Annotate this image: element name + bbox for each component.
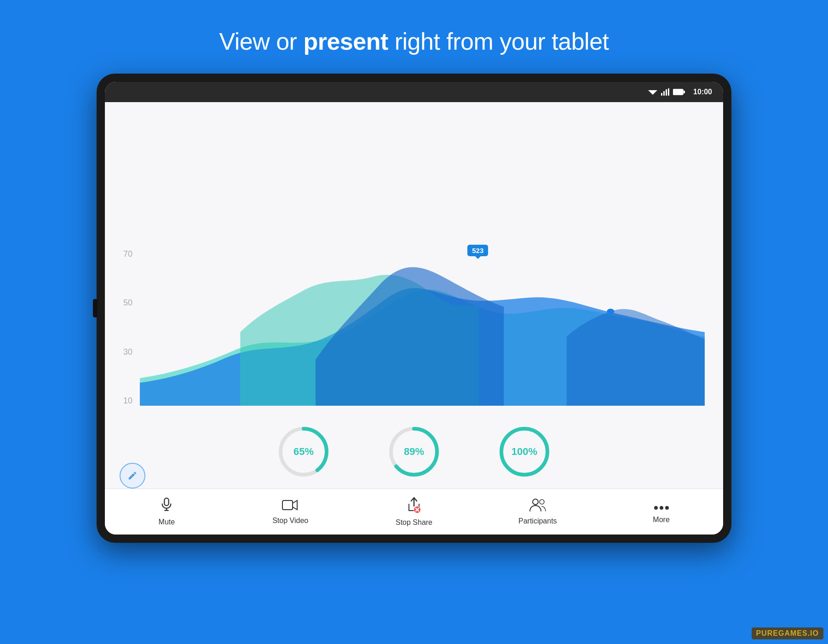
svg-point-24 bbox=[654, 506, 658, 510]
people-icon bbox=[529, 498, 546, 514]
y-label-30: 30 bbox=[123, 347, 132, 357]
status-time: 10:00 bbox=[693, 88, 712, 96]
header-text-bold: present bbox=[303, 28, 388, 55]
gauge-circle-100: 100% bbox=[497, 424, 552, 479]
svg-marker-0 bbox=[648, 90, 657, 95]
toolbar-label-mute: Mute bbox=[159, 518, 175, 526]
toolbar-label-stop-video: Stop Video bbox=[272, 517, 308, 525]
svg-rect-6 bbox=[684, 91, 685, 93]
svg-rect-4 bbox=[668, 88, 669, 96]
chart-svg: 523 bbox=[140, 240, 705, 406]
gauge-circle-65: 65% bbox=[276, 424, 331, 479]
y-axis: 70 50 30 10 bbox=[123, 249, 140, 406]
edit-fab-button[interactable] bbox=[120, 463, 145, 489]
content-area: 70 50 30 10 523 bbox=[105, 102, 723, 489]
status-bar: 10:00 bbox=[105, 82, 723, 102]
gauge-label-89: 89% bbox=[404, 446, 424, 458]
wifi-icon bbox=[648, 88, 657, 96]
page-header: View or present right from your tablet bbox=[0, 0, 828, 74]
svg-rect-5 bbox=[673, 89, 683, 95]
gauge-label-65: 65% bbox=[293, 446, 314, 458]
gauge-label-100: 100% bbox=[512, 446, 537, 458]
video-icon bbox=[282, 499, 299, 514]
tablet-wrapper: 10:00 70 50 30 10 bbox=[0, 74, 828, 543]
toolbar: Mute Stop Video bbox=[105, 489, 723, 535]
toolbar-item-participants[interactable]: Participants bbox=[506, 498, 570, 525]
toolbar-item-stop-video[interactable]: Stop Video bbox=[258, 499, 322, 525]
mic-icon bbox=[160, 497, 173, 515]
toolbar-label-more: More bbox=[653, 516, 669, 524]
y-label-10: 10 bbox=[123, 396, 132, 406]
signal-icon bbox=[661, 88, 669, 96]
gauges-row: 65% 89% bbox=[123, 415, 705, 484]
svg-rect-2 bbox=[663, 91, 665, 96]
ellipsis-icon bbox=[653, 500, 670, 513]
toolbar-label-participants: Participants bbox=[518, 517, 557, 525]
toolbar-item-stop-share[interactable]: Stop Share bbox=[382, 497, 446, 527]
gauge-item-100: 100% bbox=[497, 424, 552, 479]
stop-share-icon bbox=[406, 497, 422, 516]
tablet-outer: 10:00 70 50 30 10 bbox=[97, 74, 731, 543]
toolbar-label-stop-share: Stop Share bbox=[396, 518, 432, 527]
svg-point-7 bbox=[607, 309, 614, 314]
svg-rect-17 bbox=[282, 500, 293, 510]
chart-tooltip: 523 bbox=[467, 245, 488, 256]
svg-rect-1 bbox=[661, 93, 662, 96]
svg-point-23 bbox=[540, 500, 544, 504]
status-icons: 10:00 bbox=[648, 88, 712, 96]
pencil-icon bbox=[127, 471, 138, 481]
chart-container: 70 50 30 10 523 bbox=[123, 111, 705, 415]
gauge-item-65: 65% bbox=[276, 424, 331, 479]
svg-point-25 bbox=[660, 506, 663, 510]
svg-point-22 bbox=[533, 499, 538, 505]
page-background: View or present right from your tablet bbox=[0, 0, 828, 543]
y-label-70: 70 bbox=[123, 249, 132, 259]
header-text-suffix: right from your tablet bbox=[388, 28, 609, 55]
watermark: PUREGAMES.IO bbox=[752, 627, 823, 639]
battery-icon bbox=[673, 89, 685, 95]
header-text-plain: View or bbox=[219, 28, 303, 55]
svg-rect-14 bbox=[165, 498, 169, 506]
y-label-50: 50 bbox=[123, 298, 132, 308]
toolbar-item-mute[interactable]: Mute bbox=[134, 497, 199, 526]
gauge-circle-89: 89% bbox=[386, 424, 442, 479]
svg-point-26 bbox=[665, 506, 669, 510]
tablet-inner: 10:00 70 50 30 10 bbox=[105, 82, 723, 535]
gauge-item-89: 89% bbox=[386, 424, 442, 479]
svg-rect-3 bbox=[666, 89, 667, 96]
toolbar-item-more[interactable]: More bbox=[629, 500, 694, 524]
